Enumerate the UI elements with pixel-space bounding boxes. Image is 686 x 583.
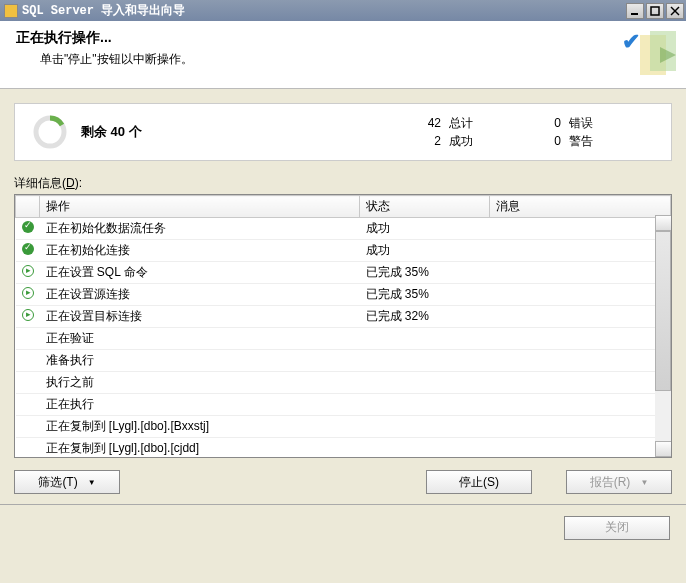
warning-count: 0 xyxy=(533,132,561,150)
title-bar: SQL Server 导入和导出向导 xyxy=(0,0,686,21)
error-count: 0 xyxy=(533,114,561,132)
row-action: 正在执行 xyxy=(40,394,360,416)
success-label: 成功 xyxy=(449,132,473,150)
row-action: 正在复制到 [Lygl].[dbo].[Bxxstj] xyxy=(40,416,360,438)
stop-button[interactable]: 停止(S) xyxy=(426,470,532,494)
window-controls xyxy=(626,3,684,19)
row-action: 正在复制到 [Lygl].[dbo].[cjdd] xyxy=(40,438,360,458)
row-status-icon xyxy=(16,328,40,350)
app-icon xyxy=(4,4,18,18)
row-message xyxy=(490,262,671,284)
row-action: 准备执行 xyxy=(40,350,360,372)
wizard-banner-icon xyxy=(630,27,686,83)
row-status-icon xyxy=(16,240,40,262)
table-row[interactable]: 正在复制到 [Lygl].[dbo].[Bxxstj] xyxy=(16,416,671,438)
row-action: 正在设置目标连接 xyxy=(40,306,360,328)
report-button[interactable]: 报告(R) xyxy=(566,470,672,494)
total-label: 总计 xyxy=(449,114,473,132)
details-grid: 操作 状态 消息 正在初始化数据流任务成功正在初始化连接成功正在设置 SQL 命… xyxy=(14,194,672,458)
table-row[interactable]: 正在设置源连接已完成 35% xyxy=(16,284,671,306)
row-status: 已完成 35% xyxy=(360,262,490,284)
scroll-thumb[interactable] xyxy=(655,231,671,391)
progress-icon xyxy=(22,309,34,321)
row-action: 正在设置源连接 xyxy=(40,284,360,306)
row-message xyxy=(490,416,671,438)
table-row[interactable]: 正在验证 xyxy=(16,328,671,350)
row-status-icon xyxy=(16,350,40,372)
success-icon xyxy=(22,221,34,233)
row-status xyxy=(360,350,490,372)
column-status[interactable]: 状态 xyxy=(360,196,490,218)
remaining-label: 剩余 40 个 xyxy=(81,123,413,141)
row-message xyxy=(490,218,671,240)
vertical-scrollbar[interactable] xyxy=(655,215,671,457)
column-icon[interactable] xyxy=(16,196,40,218)
table-row[interactable]: 正在设置 SQL 命令已完成 35% xyxy=(16,262,671,284)
row-action: 执行之前 xyxy=(40,372,360,394)
row-action: 正在初始化数据流任务 xyxy=(40,218,360,240)
row-message xyxy=(490,328,671,350)
row-status xyxy=(360,416,490,438)
filter-button[interactable]: 筛选(T) xyxy=(14,470,120,494)
row-status: 成功 xyxy=(360,218,490,240)
row-status xyxy=(360,438,490,458)
minimize-button[interactable] xyxy=(626,3,644,19)
row-message xyxy=(490,394,671,416)
success-icon xyxy=(22,243,34,255)
progress-icon xyxy=(22,265,34,277)
row-status-icon xyxy=(16,262,40,284)
row-status-icon xyxy=(16,438,40,458)
row-status-icon xyxy=(16,416,40,438)
details-label: 详细信息(D): xyxy=(14,175,672,192)
row-status: 已完成 32% xyxy=(360,306,490,328)
row-message xyxy=(490,372,671,394)
column-action[interactable]: 操作 xyxy=(40,196,360,218)
close-button[interactable] xyxy=(666,3,684,19)
header-title: 正在执行操作... xyxy=(16,29,670,47)
row-status: 已完成 35% xyxy=(360,284,490,306)
window-title: SQL Server 导入和导出向导 xyxy=(22,2,626,19)
row-action: 正在初始化连接 xyxy=(40,240,360,262)
error-label: 错误 xyxy=(569,114,593,132)
row-action: 正在验证 xyxy=(40,328,360,350)
row-message xyxy=(490,350,671,372)
table-row[interactable]: 准备执行 xyxy=(16,350,671,372)
row-message xyxy=(490,284,671,306)
row-status: 成功 xyxy=(360,240,490,262)
progress-icon xyxy=(22,287,34,299)
warning-label: 警告 xyxy=(569,132,593,150)
table-row[interactable]: 正在初始化数据流任务成功 xyxy=(16,218,671,240)
table-row[interactable]: 正在复制到 [Lygl].[dbo].[cjdd] xyxy=(16,438,671,458)
progress-spinner-icon xyxy=(33,115,67,149)
scroll-down-button[interactable] xyxy=(655,441,671,457)
row-status-icon xyxy=(16,306,40,328)
table-row[interactable]: 正在执行 xyxy=(16,394,671,416)
row-status-icon xyxy=(16,372,40,394)
table-row[interactable]: 正在初始化连接成功 xyxy=(16,240,671,262)
summary-panel: 剩余 40 个 42总计 2成功 0错误 0警告 xyxy=(14,103,672,161)
header-subtitle: 单击"停止"按钮以中断操作。 xyxy=(40,51,670,68)
row-message xyxy=(490,438,671,458)
row-status-icon xyxy=(16,218,40,240)
scroll-up-button[interactable] xyxy=(655,215,671,231)
row-message xyxy=(490,240,671,262)
row-status xyxy=(360,328,490,350)
column-message[interactable]: 消息 xyxy=(490,196,671,218)
close-wizard-button[interactable]: 关闭 xyxy=(564,516,670,540)
row-message xyxy=(490,306,671,328)
table-row[interactable]: 正在设置目标连接已完成 32% xyxy=(16,306,671,328)
maximize-button[interactable] xyxy=(646,3,664,19)
wizard-footer: 关闭 xyxy=(0,504,686,550)
row-status-icon xyxy=(16,394,40,416)
row-status xyxy=(360,394,490,416)
total-count: 42 xyxy=(413,114,441,132)
row-action: 正在设置 SQL 命令 xyxy=(40,262,360,284)
row-status-icon xyxy=(16,284,40,306)
table-row[interactable]: 执行之前 xyxy=(16,372,671,394)
row-status xyxy=(360,372,490,394)
wizard-header: 正在执行操作... 单击"停止"按钮以中断操作。 ✔ xyxy=(0,21,686,89)
success-count: 2 xyxy=(413,132,441,150)
svg-rect-1 xyxy=(651,7,659,15)
